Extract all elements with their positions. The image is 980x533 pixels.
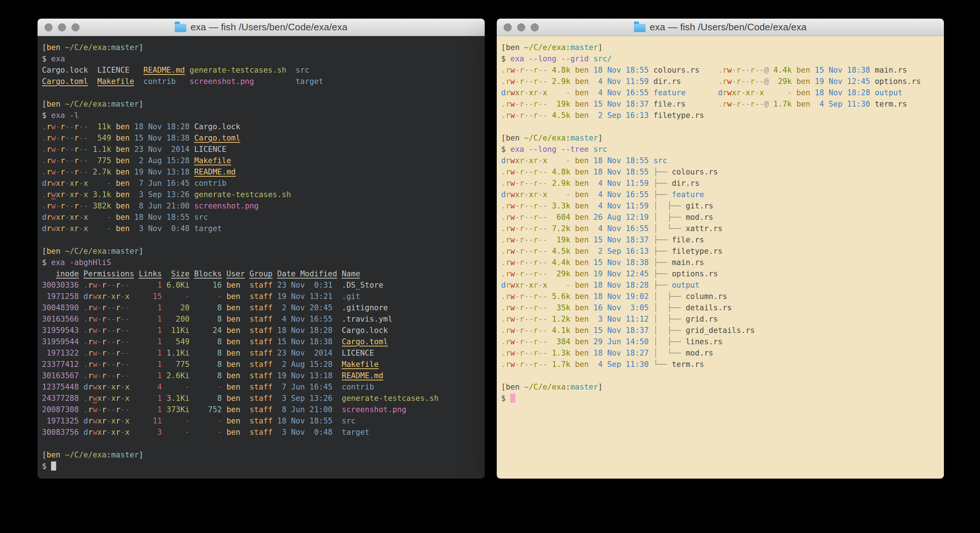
terminal-line: 24377288 .rwxr-xr-x 1 3.1Ki 8 ben staff …	[42, 393, 480, 404]
perm-char: w	[510, 179, 515, 188]
terminal-text: ]	[598, 383, 603, 391]
terminal-text: .travis.yml	[332, 315, 393, 324]
permission-bits: drwxr-xr-x	[42, 179, 88, 188]
terminal-text: -	[88, 179, 111, 188]
perm-char: r	[75, 134, 79, 142]
terminal-text: 1	[129, 303, 162, 312]
terminal-text: ben	[111, 134, 130, 142]
perm-char: -	[741, 100, 746, 109]
terminal-line: inode Permissions Links Size Blocks User…	[42, 268, 480, 280]
perm-char: -	[79, 201, 84, 210]
minimize-button[interactable]	[58, 23, 66, 31]
terminal-text: ben	[570, 179, 589, 188]
permission-bits: .rw-r--r--	[84, 326, 130, 335]
terminal-text: 18 Nov 18:55	[589, 168, 649, 176]
terminal-text: -	[547, 88, 570, 97]
perm-char: r	[102, 371, 107, 380]
perm-char: .	[501, 247, 506, 255]
perm-char: -	[543, 100, 547, 109]
perm-char: w	[510, 235, 515, 244]
terminal-line: [ben ~/C/e/exa:master]	[42, 449, 480, 461]
terminal-text	[134, 77, 143, 86]
terminal-text: 2.9k	[547, 77, 570, 86]
terminal-line: .rw-r--r-- 7.2k ben 4 Nov 16:55 │ └── xa…	[501, 223, 940, 235]
perm-char: r	[737, 88, 741, 97]
minimize-button[interactable]	[517, 23, 525, 31]
terminal-text: grid.rs	[686, 315, 718, 324]
perm-char: -	[524, 247, 529, 255]
close-button[interactable]	[45, 23, 52, 31]
terminal-text: ben	[570, 258, 589, 267]
perm-char: -	[538, 258, 543, 267]
permission-bits: .rw-r--r--	[84, 303, 130, 312]
perm-char: d	[42, 224, 47, 233]
terminal-text: ben	[506, 43, 520, 52]
terminal-text: ben	[792, 100, 810, 109]
perm-char: .	[42, 190, 47, 199]
perm-char: x	[543, 156, 547, 165]
terminal-text: 15 Nov 18:37	[589, 326, 649, 335]
perm-char: w	[510, 247, 515, 255]
terminal-text: 373Ki	[162, 405, 190, 414]
perm-char: -	[524, 88, 529, 97]
zoom-button[interactable]	[72, 23, 80, 31]
perm-char: .	[42, 134, 47, 142]
terminal-text: 15 Nov 18:37	[589, 100, 649, 109]
perm-char: r	[506, 100, 511, 109]
terminal-text: generate-testcases.sh	[190, 66, 287, 75]
terminal-text: staff	[240, 428, 273, 437]
terminal-text	[185, 66, 190, 75]
terminal-text: ben	[47, 247, 60, 255]
close-button[interactable]	[504, 23, 512, 31]
perm-char: r	[60, 145, 65, 154]
terminal-text: ~/C/e/exa	[524, 43, 566, 52]
perm-char: -	[515, 66, 520, 75]
terminal-line: .rw-r--r-- 382k ben 8 Jun 21:00 screensh…	[42, 200, 480, 212]
perm-char: r	[506, 270, 511, 278]
terminal-text: ben	[570, 111, 589, 120]
perm-char: -	[56, 122, 60, 131]
perm-char: r	[88, 337, 93, 346]
perm-char: -	[524, 179, 529, 188]
titlebar[interactable]: exa — fish /Users/ben/Code/exa/exa	[38, 19, 485, 36]
terminal-text: staff	[240, 281, 273, 289]
perm-char: x	[70, 213, 75, 222]
terminal-line: 30048390 .rw-r--r-- 1 20 8 ben staff 2 N…	[42, 302, 480, 314]
perm-char: -	[125, 303, 130, 312]
perm-char: -	[107, 281, 111, 289]
terminal-screen-left[interactable]: [ben ~/C/e/exa:master]$ exaCargo.lock LI…	[38, 36, 485, 479]
terminal-text	[79, 292, 84, 301]
terminal-text: 19k	[547, 100, 570, 109]
terminal-text: screenshot.png	[332, 405, 406, 414]
perm-char: .	[501, 303, 506, 312]
terminal-text: 775	[88, 156, 111, 165]
terminal-text: LICENCE	[190, 145, 226, 154]
terminal-text: ben	[570, 360, 589, 369]
permission-bits: .rw-r--r--	[42, 201, 88, 210]
terminal-text: ├──	[649, 270, 672, 278]
terminal-text: Name	[342, 270, 360, 278]
perm-char: -	[515, 270, 520, 278]
terminal-text: 4.5k	[547, 111, 570, 120]
perm-char: -	[746, 66, 750, 75]
permission-bits: .rwxr-xr-x	[84, 394, 130, 403]
perm-char: -	[515, 247, 520, 255]
terminal-text: 18 Nov 18:55	[129, 213, 189, 222]
terminal-text: -	[547, 190, 570, 199]
terminal-line: .rw-r--r-- 1.7k ben 4 Sep 11:30 └── term…	[501, 359, 940, 370]
perm-char: -	[56, 145, 60, 154]
titlebar[interactable]: exa — fish /Users/ben/Code/exa/exa	[497, 19, 944, 36]
perm-char: -	[107, 428, 111, 437]
terminal-screen-right[interactable]: [ben ~/C/e/exa:master]$ exa --long --gri…	[497, 36, 944, 479]
window-title: exa — fish /Users/ben/Code/exa/exa	[175, 22, 347, 33]
terminal-text: 4.5k	[547, 247, 570, 255]
perm-char: -	[107, 360, 111, 369]
terminal-text: ben	[570, 156, 589, 165]
perm-char: -	[515, 258, 520, 267]
perm-char: w	[510, 201, 515, 210]
terminal-text: exa --long --grid	[510, 54, 593, 63]
zoom-button[interactable]	[531, 23, 539, 31]
perm-char: w	[727, 100, 732, 109]
terminal-text: └──	[649, 360, 672, 369]
perm-char: r	[737, 100, 741, 109]
